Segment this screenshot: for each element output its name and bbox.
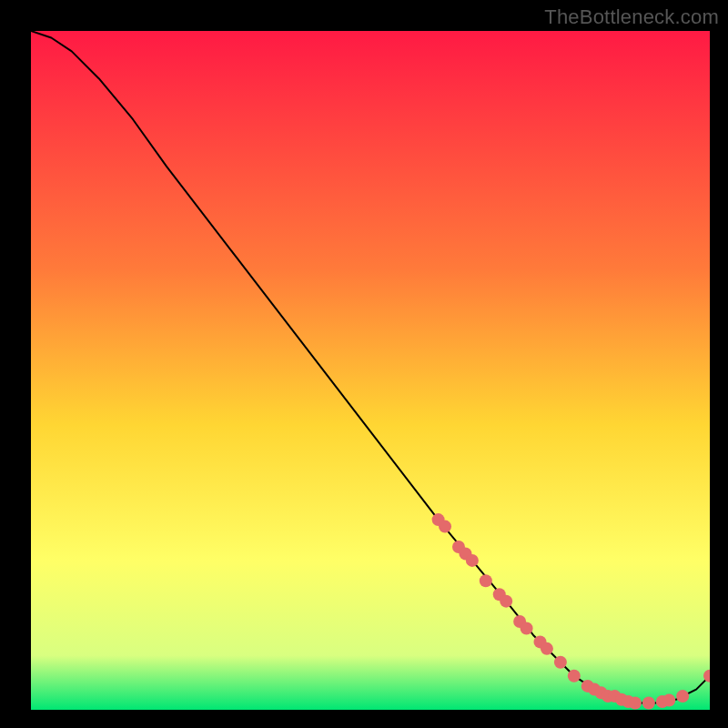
plot-area: [31, 31, 710, 710]
scatter-dot: [500, 595, 512, 608]
scatter-dot: [568, 670, 581, 682]
chart-svg: [31, 31, 710, 710]
scatter-dot: [554, 656, 567, 669]
scatter-dot: [541, 642, 553, 655]
scatter-dot: [629, 697, 642, 710]
scatter-dot: [480, 574, 492, 587]
gradient-background: [31, 31, 710, 710]
watermark-text: TheBottleneck.com: [544, 5, 719, 29]
chart-container: TheBottleneck.com: [0, 0, 728, 728]
scatter-dot: [676, 690, 689, 703]
scatter-dot: [466, 554, 479, 567]
scatter-dot: [439, 521, 451, 533]
scatter-dot: [521, 622, 533, 634]
scatter-dot: [642, 697, 655, 710]
scatter-dot: [662, 694, 675, 707]
